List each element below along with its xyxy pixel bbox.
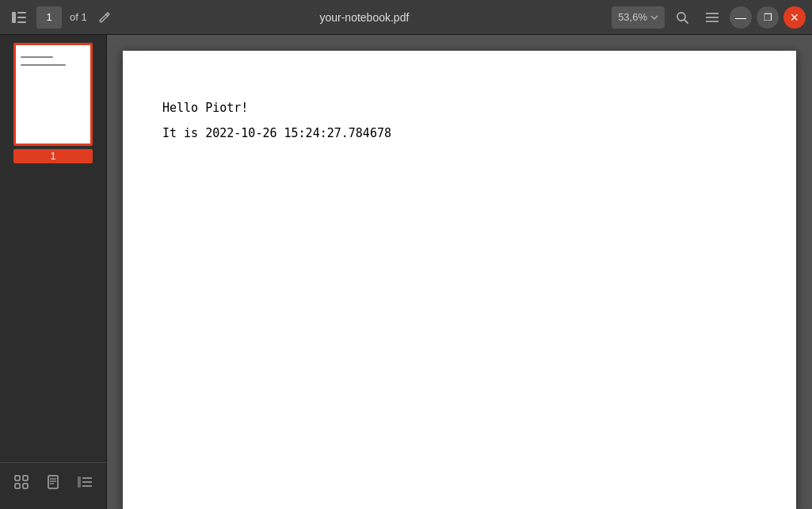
restore-button[interactable]: ❐ <box>757 6 779 29</box>
pdf-page: Hello Piotr! It is 2022-10-26 15:24:27.7… <box>123 51 796 509</box>
svg-rect-9 <box>15 476 20 480</box>
pdf-content-area[interactable]: Hello Piotr! It is 2022-10-26 15:24:27.7… <box>107 35 812 509</box>
thumbnail-label: 1 <box>13 149 93 163</box>
menu-button[interactable] <box>700 5 725 30</box>
toolbar-center: your-notebook.pdf <box>122 11 607 24</box>
svg-rect-11 <box>15 484 20 488</box>
thumbnail-line-2 <box>21 64 66 66</box>
svg-line-5 <box>684 20 688 23</box>
pdf-line-1: Hello Piotr! <box>162 98 757 117</box>
sidebar-toggle-button[interactable] <box>6 5 32 30</box>
svg-rect-2 <box>17 17 26 18</box>
close-button[interactable]: ✕ <box>783 6 806 29</box>
thumbnail-line-1 <box>21 56 53 58</box>
svg-rect-3 <box>17 21 26 23</box>
zoom-selector[interactable]: 53,6% <box>612 6 665 29</box>
page-view-button[interactable] <box>40 469 66 495</box>
thumbnail-image <box>13 43 93 146</box>
minimize-button[interactable]: — <box>730 6 752 29</box>
grid-view-button[interactable] <box>9 469 34 495</box>
search-button[interactable] <box>669 5 695 30</box>
svg-rect-17 <box>78 476 81 488</box>
svg-rect-1 <box>17 12 26 13</box>
page-of-label: of 1 <box>70 11 87 23</box>
toolbar-left: of 1 <box>6 5 117 30</box>
sidebar-bottom-icons <box>0 462 106 501</box>
outline-view-button[interactable] <box>72 469 97 495</box>
annotation-button[interactable] <box>92 5 117 30</box>
svg-rect-13 <box>48 476 58 488</box>
restore-icon: ❐ <box>764 12 772 23</box>
svg-rect-10 <box>23 476 28 480</box>
main-area: 1 <box>0 35 812 509</box>
svg-rect-0 <box>12 12 16 23</box>
toolbar-right: 53,6% — ❐ ✕ <box>612 5 806 30</box>
toolbar: of 1 your-notebook.pdf 53,6% <box>0 0 812 35</box>
pdf-line-2: It is 2022-10-26 15:24:27.784678 <box>162 124 757 143</box>
page-number-input[interactable] <box>36 6 62 29</box>
close-icon: ✕ <box>790 11 799 24</box>
page-thumbnail[interactable]: 1 <box>13 43 93 163</box>
svg-rect-12 <box>23 484 28 488</box>
minimize-icon: — <box>735 11 746 24</box>
filename-label: your-notebook.pdf <box>319 11 409 24</box>
sidebar: 1 <box>0 35 107 509</box>
zoom-value: 53,6% <box>618 11 647 23</box>
